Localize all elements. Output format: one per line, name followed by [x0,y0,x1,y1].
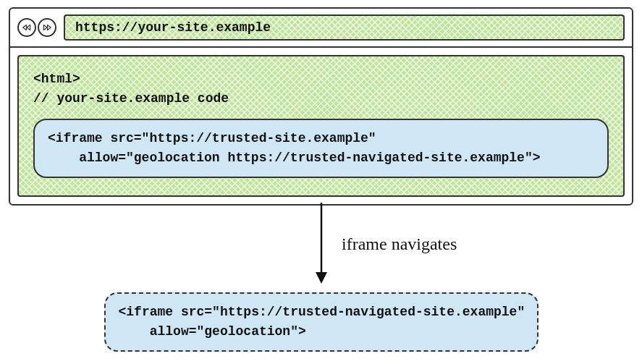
nav-button-group [17,18,56,37]
navigation-arrow [313,203,334,288]
forward-button[interactable] [38,18,56,37]
page-code: <html> // your-site.example code [33,69,609,109]
iframe-before-line2: allow="geolocation https://trusted-navig… [48,151,541,165]
page-comment: // your-site.example code [33,91,229,106]
svg-marker-1 [316,272,327,284]
arrow-area: iframe navigates [9,206,633,292]
html-open-tag: <html> [33,72,80,86]
arrow-label: iframe navigates [342,234,457,254]
iframe-before-box: <iframe src="https://trusted-site.exampl… [33,119,609,178]
iframe-after-line1: <iframe src="https://trusted-navigated-s… [119,305,525,319]
page-viewport: <html> // your-site.example code <iframe… [17,55,625,197]
address-url: https://your-site.example [75,20,271,35]
iframe-before-line1: <iframe src="https://trusted-site.exampl… [48,131,376,145]
fast-forward-icon [42,22,52,33]
rewind-icon [22,22,32,33]
iframe-after-box: <iframe src="https://trusted-navigated-s… [104,292,538,352]
iframe-after-line2: allow="geolocation"> [119,324,306,339]
browser-toolbar: https://your-site.example [10,9,632,48]
address-bar[interactable]: https://your-site.example [64,14,625,41]
browser-window: https://your-site.example <html> // your… [9,7,633,206]
back-button[interactable] [17,18,36,37]
